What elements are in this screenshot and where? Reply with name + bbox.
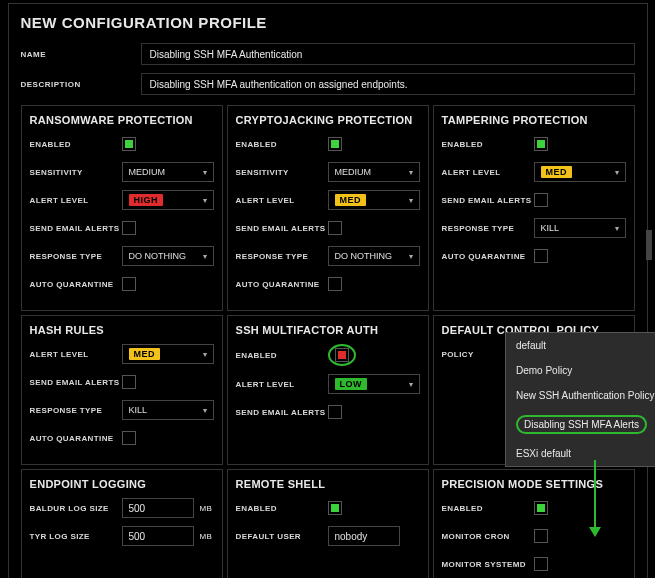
alert-badge-high: HIGH xyxy=(129,194,164,206)
chevron-down-icon: ▾ xyxy=(203,168,207,177)
ransomware-email-checkbox[interactable] xyxy=(122,221,136,235)
quarantine-label: AUTO QUARANTINE xyxy=(30,280,122,289)
chevron-down-icon: ▾ xyxy=(203,196,207,205)
remote-enabled-checkbox[interactable] xyxy=(328,501,342,515)
hash-quarantine-checkbox[interactable] xyxy=(122,431,136,445)
annotation-circle: Disabling SSH MFA Alerts xyxy=(516,415,647,434)
description-input[interactable] xyxy=(141,73,635,95)
alert-label: ALERT LEVEL xyxy=(30,196,122,205)
chevron-down-icon: ▾ xyxy=(409,380,413,389)
crypto-enabled-checkbox[interactable] xyxy=(328,137,342,151)
unit-label: MB xyxy=(200,504,213,513)
chevron-down-icon: ▾ xyxy=(409,196,413,205)
tampering-card: TAMPERING PROTECTION ENABLED ALERT LEVEL… xyxy=(433,105,635,311)
sshmfa-enabled-checkbox[interactable] xyxy=(335,348,349,362)
enabled-label: ENABLED xyxy=(30,140,122,149)
alert-badge-med: MED xyxy=(129,348,161,360)
annotation-arrow-icon xyxy=(594,460,596,534)
policy-option[interactable]: Disabling SSH MFA Alerts xyxy=(506,408,655,441)
precision-systemd-checkbox[interactable] xyxy=(534,557,548,571)
email-label: SEND EMAIL ALERTS xyxy=(30,224,122,233)
card-title: CRYPTOJACKING PROTECTION xyxy=(236,114,420,126)
modal-title: NEW CONFIGURATION PROFILE xyxy=(9,4,647,39)
crypto-email-checkbox[interactable] xyxy=(328,221,342,235)
alert-badge-med: MED xyxy=(541,166,573,178)
sshmfa-alert-select[interactable]: LOW▾ xyxy=(328,374,420,394)
card-title: RANSOMWARE PROTECTION xyxy=(30,114,214,126)
name-input[interactable] xyxy=(141,43,635,65)
cryptojacking-card: CRYPTOJACKING PROTECTION ENABLED SENSITI… xyxy=(227,105,429,311)
tampering-response-select[interactable]: KILL▾ xyxy=(534,218,626,238)
card-title: SSH MULTIFACTOR AUTH xyxy=(236,324,420,336)
chevron-down-icon: ▾ xyxy=(203,252,207,261)
policy-option[interactable]: default xyxy=(506,333,655,358)
hash-alert-select[interactable]: MED▾ xyxy=(122,344,214,364)
hash-email-checkbox[interactable] xyxy=(122,375,136,389)
hash-card: HASH RULES ALERT LEVELMED▾ SEND EMAIL AL… xyxy=(21,315,223,465)
name-label: NAME xyxy=(21,50,141,59)
chevron-down-icon: ▾ xyxy=(409,252,413,261)
card-title: ENDPOINT LOGGING xyxy=(30,478,214,490)
precision-cron-checkbox[interactable] xyxy=(534,529,548,543)
chevron-down-icon: ▾ xyxy=(615,224,619,233)
alert-badge-low: LOW xyxy=(335,378,368,390)
precision-enabled-checkbox[interactable] xyxy=(534,501,548,515)
chevron-down-icon: ▾ xyxy=(409,168,413,177)
ransomware-enabled-checkbox[interactable] xyxy=(122,137,136,151)
policy-option[interactable]: Demo Policy xyxy=(506,358,655,383)
alert-badge-med: MED xyxy=(335,194,367,206)
chevron-down-icon: ▾ xyxy=(615,168,619,177)
card-title: TAMPERING PROTECTION xyxy=(442,114,626,126)
chevron-down-icon: ▾ xyxy=(203,406,207,415)
card-title: HASH RULES xyxy=(30,324,214,336)
unit-label: MB xyxy=(200,532,213,541)
precision-card: PRECISION MODE SETTINGS ENABLED MONITOR … xyxy=(433,469,635,578)
crypto-response-select[interactable]: DO NOTHING▾ xyxy=(328,246,420,266)
tyr-size-input[interactable] xyxy=(122,526,194,546)
baldur-size-input[interactable] xyxy=(122,498,194,518)
scrollbar-thumb[interactable] xyxy=(646,230,652,260)
sensitivity-label: SENSITIVITY xyxy=(30,168,122,177)
response-label: RESPONSE TYPE xyxy=(30,252,122,261)
logging-card: ENDPOINT LOGGING BALDUR LOG SIZEMB TYR L… xyxy=(21,469,223,578)
sshmfa-card: SSH MULTIFACTOR AUTH ENABLED ALERT LEVEL… xyxy=(227,315,429,465)
crypto-alert-select[interactable]: MED▾ xyxy=(328,190,420,210)
policy-dropdown: default Demo Policy New SSH Authenticati… xyxy=(505,332,655,467)
description-label: DESCRIPTION xyxy=(21,80,141,89)
tampering-email-checkbox[interactable] xyxy=(534,193,548,207)
remote-user-input[interactable] xyxy=(328,526,400,546)
ransomware-quarantine-checkbox[interactable] xyxy=(122,277,136,291)
ransomware-sensitivity-select[interactable]: MEDIUM▾ xyxy=(122,162,214,182)
ransomware-response-select[interactable]: DO NOTHING▾ xyxy=(122,246,214,266)
ransomware-card: RANSOMWARE PROTECTION ENABLED SENSITIVIT… xyxy=(21,105,223,311)
card-title: PRECISION MODE SETTINGS xyxy=(442,478,626,490)
sshmfa-email-checkbox[interactable] xyxy=(328,405,342,419)
hash-response-select[interactable]: KILL▾ xyxy=(122,400,214,420)
ransomware-alert-select[interactable]: HIGH▾ xyxy=(122,190,214,210)
chevron-down-icon: ▾ xyxy=(203,350,207,359)
tampering-alert-select[interactable]: MED▾ xyxy=(534,162,626,182)
tampering-quarantine-checkbox[interactable] xyxy=(534,249,548,263)
policy-option[interactable]: ESXi default xyxy=(506,441,655,466)
crypto-sensitivity-select[interactable]: MEDIUM▾ xyxy=(328,162,420,182)
policy-option[interactable]: New SSH Authentication Policy xyxy=(506,383,655,408)
card-title: REMOTE SHELL xyxy=(236,478,420,490)
annotation-circle xyxy=(328,344,356,366)
crypto-quarantine-checkbox[interactable] xyxy=(328,277,342,291)
remote-card: REMOTE SHELL ENABLED DEFAULT USER xyxy=(227,469,429,578)
tampering-enabled-checkbox[interactable] xyxy=(534,137,548,151)
